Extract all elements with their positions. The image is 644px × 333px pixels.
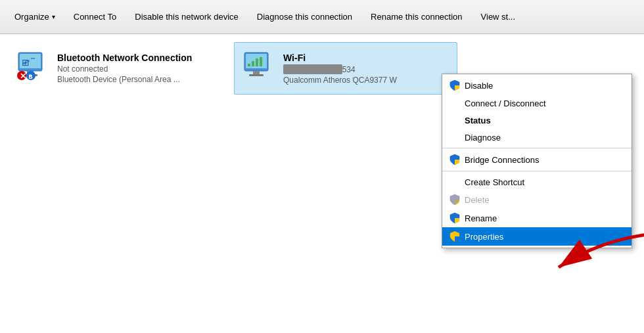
ctx-status[interactable]: Status	[442, 112, 632, 129]
ctx-shortcut[interactable]: Create Shortcut	[442, 173, 632, 190]
ctx-delete[interactable]: Delete	[442, 190, 632, 209]
ctx-properties-label: Properties	[465, 232, 503, 242]
rename-label: Rename this connection	[371, 12, 462, 22]
network-item-wifi[interactable]: Wi-Fi ████████534 Qualcomm Atheros QCA93…	[234, 42, 457, 95]
ctx-connect-label: Connect / Disconnect	[465, 99, 546, 108]
svg-text:ʙ: ʙ	[28, 72, 33, 80]
toolbar: Organize ▾ Connect To Disable this netwo…	[0, 0, 644, 34]
separator-2	[442, 171, 632, 171]
wifi-network-name: Wi-Fi	[283, 53, 397, 63]
wifi-ssid: ████████534	[283, 64, 397, 74]
bluetooth-network-name: Bluetooth Network Connection	[57, 53, 192, 63]
organize-label: Organize	[14, 12, 49, 22]
shield-icon-properties	[449, 231, 461, 242]
svg-rect-18	[256, 58, 258, 66]
svg-rect-19	[260, 57, 262, 66]
wifi-network-icon	[241, 51, 277, 86]
ssid-suffix: 534	[342, 65, 356, 74]
view-status-label: View st...	[481, 12, 516, 22]
ctx-delete-label: Delete	[465, 195, 490, 205]
ctx-bridge-label: Bridge Connections	[465, 155, 539, 165]
svg-text:✕: ✕	[20, 72, 26, 81]
ctx-shortcut-label: Create Shortcut	[465, 177, 524, 187]
ctx-diagnose-label: Diagnose	[465, 133, 501, 143]
ctx-disable[interactable]: Disable	[442, 76, 632, 95]
bluetooth-network-device: Bluetooth Device (Personal Area ...	[57, 75, 192, 84]
shield-icon-disable	[449, 79, 461, 91]
disable-device-label: Disable this network device	[135, 12, 239, 22]
svg-text:⊞: ⊞	[22, 57, 30, 68]
ssid-hidden: ████████	[283, 64, 342, 74]
wifi-adapter: Qualcomm Atheros QCA9377 W	[283, 76, 397, 85]
ctx-status-label: Status	[465, 116, 491, 125]
shield-icon-delete	[449, 194, 461, 206]
separator-1	[442, 148, 632, 148]
diagnose-label: Diagnose this connection	[257, 12, 352, 22]
svg-rect-16	[248, 64, 250, 66]
toolbar-view-status[interactable]: View st...	[472, 0, 525, 33]
toolbar-diagnose[interactable]: Diagnose this connection	[248, 0, 361, 33]
network-item-bluetooth[interactable]: ⊞ ✕ ʙ Bluetooth Network Connection Not c…	[8, 42, 231, 95]
svg-rect-15	[249, 74, 264, 76]
toolbar-disable-device[interactable]: Disable this network device	[126, 0, 248, 33]
bluetooth-network-info: Bluetooth Network Connection Not connect…	[57, 53, 192, 84]
connect-to-label: Connect To	[74, 12, 117, 22]
svg-rect-17	[252, 61, 254, 66]
toolbar-rename[interactable]: Rename this connection	[361, 0, 471, 33]
shield-icon-bridge	[449, 154, 461, 166]
ctx-bridge[interactable]: Bridge Connections	[442, 150, 632, 169]
bluetooth-network-icon: ⊞ ✕ ʙ	[15, 51, 51, 86]
main-content: ⊞ ✕ ʙ Bluetooth Network Connection Not c…	[0, 34, 644, 333]
toolbar-organize[interactable]: Organize ▾	[5, 0, 64, 33]
bluetooth-network-status: Not connected	[57, 64, 192, 74]
ctx-connect-disconnect[interactable]: Connect / Disconnect	[442, 95, 632, 112]
svg-rect-14	[253, 71, 260, 74]
ctx-rename[interactable]: Rename	[442, 209, 632, 227]
shield-icon-rename	[449, 212, 461, 224]
ctx-properties[interactable]: Properties	[442, 227, 632, 246]
ctx-disable-label: Disable	[465, 81, 493, 91]
toolbar-connect-to[interactable]: Connect To	[64, 0, 126, 33]
context-menu: Disable Connect / Disconnect Status Diag…	[442, 74, 632, 248]
ctx-diagnose[interactable]: Diagnose	[442, 129, 632, 146]
ctx-rename-label: Rename	[465, 213, 497, 223]
wifi-network-info: Wi-Fi ████████534 Qualcomm Atheros QCA93…	[283, 53, 397, 85]
organize-arrow: ▾	[52, 13, 55, 20]
